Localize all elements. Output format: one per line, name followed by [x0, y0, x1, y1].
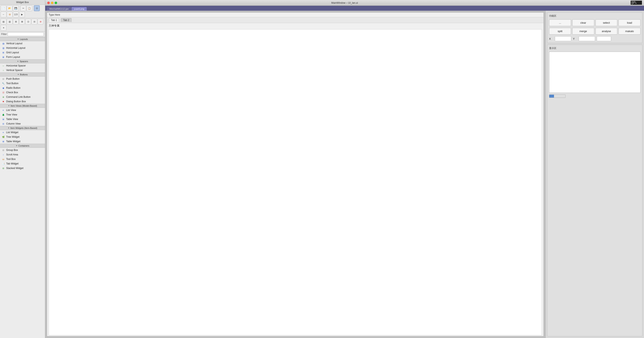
widget-item-tree-view[interactable]: 🌲 Tree View	[0, 112, 45, 117]
merge-btn[interactable]: merge	[572, 28, 594, 35]
widget-box: Widget Box 📄 📂 💾 ✂ 📋 ⊡ ↔ ⊟ 123 ▶ ▤ ▥ ⊞ ⊠…	[0, 0, 45, 338]
next-btn[interactable]: ▶	[19, 12, 25, 17]
buttons-section-header[interactable]: ▼ Buttons	[0, 72, 45, 77]
widget-item-list-widget[interactable]: ≡ List Widget	[0, 130, 45, 135]
widget-edit-btn[interactable]: ⊡	[34, 5, 40, 11]
widget-item-group-box[interactable]: ⊡ Group Box	[0, 148, 45, 152]
v-splitter-btn[interactable]: ⊟	[32, 19, 37, 25]
adjust-size-toolbar-btn[interactable]: ✕	[0, 25, 6, 31]
save-btn[interactable]: 💾	[13, 5, 19, 11]
tree-widget-icon: 🌿	[2, 135, 5, 138]
split-btn[interactable]: split	[549, 28, 571, 35]
filter-input[interactable]	[8, 32, 44, 36]
widget-item-vertical-spacer[interactable]: ↕ Vertical Spacer	[0, 68, 45, 72]
tab-widget-icon: 📑	[2, 162, 5, 165]
widget-item-grid-layout[interactable]: ⊞ Grid Layout	[0, 50, 45, 55]
item-views-section-header[interactable]: ▼ Item Views (Model-Based)	[0, 104, 45, 108]
widget-item-command-link-button[interactable]: ⊛ Command Link Button	[0, 95, 45, 99]
break-layout-btn[interactable]: ⊘	[38, 19, 43, 25]
type-here-label: Type Here	[49, 13, 60, 16]
widget-item-table-view[interactable]: ⊞ Table View	[0, 117, 45, 121]
close-button[interactable]	[47, 2, 50, 4]
h-layout-btn[interactable]: ▤	[0, 19, 6, 25]
cut-btn[interactable]: ✂	[20, 5, 26, 11]
new-btn[interactable]: 📄	[0, 5, 6, 11]
grid-layout-label: Grid Layout	[6, 51, 19, 54]
spacers-arrow: ▼	[17, 60, 19, 62]
title-bar: MainWindow – UI_lan.ui	[45, 0, 644, 6]
form-layout-toolbar-btn[interactable]: ⊠	[19, 19, 25, 25]
svg-rect-8	[635, 2, 636, 2]
widget-item-table-widget[interactable]: ⊞ Table Widget	[0, 139, 45, 144]
y-spinbox: ▲ ▼	[579, 36, 595, 41]
display-section: 显示区	[547, 45, 642, 336]
v-layout-btn[interactable]: ▥	[7, 19, 12, 25]
layouts-arrow: ▼	[17, 38, 19, 40]
stacked-widget-icon: ⊟	[2, 166, 5, 170]
form-design-canvas[interactable]	[49, 29, 542, 335]
qr-code-area	[631, 1, 642, 5]
tab-widget-label: Tab Widget	[6, 162, 18, 165]
grid-layout-icon: ⊞	[2, 51, 5, 54]
containers-section-header[interactable]: ▼ Containers	[0, 144, 45, 148]
widget-item-dialog-button-box[interactable]: ✖ Dialog Button Box	[0, 99, 45, 104]
grid-layout-toolbar-btn[interactable]: ⊞	[13, 19, 19, 25]
svg-rect-10	[636, 3, 636, 4]
widget-item-column-view[interactable]: ⊟ Column View	[0, 121, 45, 126]
command-link-button-icon: ⊛	[2, 95, 5, 99]
minimize-button[interactable]	[51, 2, 54, 4]
toolbar-row2: ▤ ▥ ⊞ ⊠ ⊡ ⊟ ⊘ ✕	[0, 18, 45, 32]
progress-bar-container	[549, 94, 566, 98]
h-splitter-btn[interactable]: ⊡	[25, 19, 31, 25]
list-view-label: List View	[6, 109, 16, 112]
file-tab-wechat[interactable]: WechatIMG112.jpe	[47, 7, 71, 11]
maximize-button[interactable]	[55, 2, 57, 4]
horizontal-layout-label: Horizontal Layout	[6, 47, 25, 49]
item-widgets-section-header[interactable]: ▼ Item Widgets (Item-Based)	[0, 126, 45, 130]
signal-slot-btn[interactable]: ↔	[0, 12, 6, 17]
select-btn[interactable]: select	[596, 19, 618, 26]
clear-btn[interactable]: clear	[572, 19, 594, 26]
file-tab-yuanli[interactable]: yuanli.png	[72, 7, 87, 11]
buddy-btn[interactable]: ⊟	[7, 12, 12, 17]
widget-item-tool-button[interactable]: 🔧 Tool Button	[0, 81, 45, 86]
tab-order-btn[interactable]: 123	[13, 12, 19, 17]
widget-item-tool-box[interactable]: 🗂 Tool Box	[0, 157, 45, 161]
widget-item-stacked-widget[interactable]: ⊟ Stacked Widget	[0, 166, 45, 171]
open-btn[interactable]: 📂	[7, 5, 12, 11]
coord-dropdown-input[interactable]	[597, 37, 611, 41]
x-input[interactable]	[555, 37, 571, 41]
window-title: MainWindow – UI_lan.ui	[331, 2, 358, 4]
form-tab-1[interactable]: Tab 1	[49, 18, 59, 22]
widget-item-radio-button[interactable]: ◉ Radio Button	[0, 86, 45, 90]
copy-btn[interactable]: 📋	[26, 5, 32, 11]
tool-box-icon: 🗂	[2, 157, 5, 161]
widget-item-vertical-layout[interactable]: ▤ Vertical Layout	[0, 41, 45, 46]
spacers-section-header[interactable]: ▼ Spacers	[0, 59, 45, 63]
load-btn[interactable]: load	[618, 19, 640, 26]
vertical-layout-icon: ▤	[2, 42, 5, 45]
svg-rect-7	[634, 1, 635, 2]
analyse-btn[interactable]: analyse	[596, 28, 618, 35]
layouts-section-header[interactable]: ▼ Layouts	[0, 37, 45, 41]
widget-item-horizontal-layout[interactable]: ▥ Horizontal Layout	[0, 46, 45, 50]
widget-item-check-box[interactable]: ☑ Check Box	[0, 90, 45, 95]
widget-item-horizontal-spacer[interactable]: ↔ Horizontal Spacer	[0, 63, 45, 68]
dots-btn[interactable]: ...	[549, 19, 571, 26]
form-layout-icon: ⊠	[2, 55, 5, 59]
display-area	[549, 52, 640, 93]
widget-item-scroll-area[interactable]: ↕ Scroll Area	[0, 152, 45, 157]
widget-item-push-button[interactable]: ⊡ Push Button	[0, 77, 45, 81]
y-input[interactable]	[579, 37, 595, 41]
widget-item-tab-widget[interactable]: 📑 Tab Widget	[0, 161, 45, 166]
makalo-btn[interactable]: makalo	[618, 28, 640, 35]
file-tabs: WechatIMG112.jpe yuanli.png	[45, 6, 644, 11]
widget-item-form-layout[interactable]: ⊠ Form Layout	[0, 55, 45, 59]
svg-rect-3	[634, 2, 634, 2]
horizontal-spacer-icon: ↔	[2, 64, 5, 67]
svg-rect-9	[635, 3, 635, 3]
form-menu-bar[interactable]: Type Here	[47, 13, 544, 17]
widget-item-list-view[interactable]: ≡ List View	[0, 108, 45, 112]
form-tab-2[interactable]: Tab 2	[61, 18, 71, 22]
widget-item-tree-widget[interactable]: 🌿 Tree Widget	[0, 135, 45, 139]
